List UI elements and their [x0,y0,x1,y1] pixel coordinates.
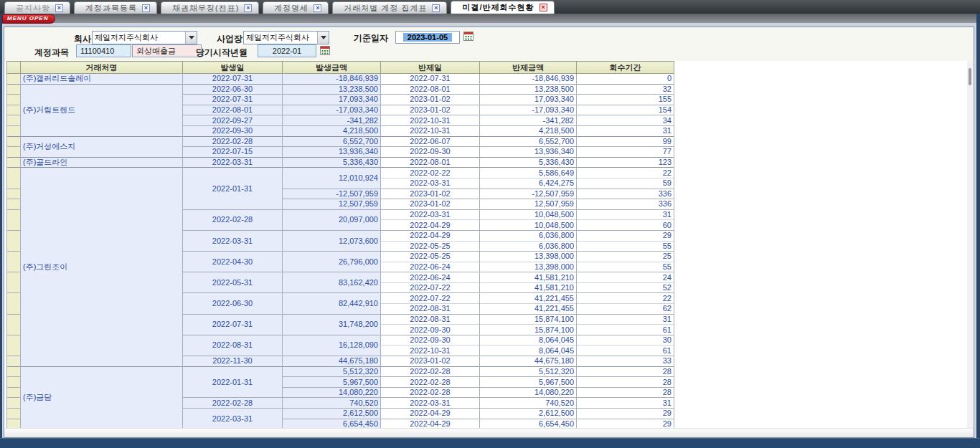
row-header-cell[interactable] [7,74,21,85]
cell-settle-date[interactable]: 2022-08-31 [381,314,480,325]
cell-occur-amount[interactable]: -18,846,939 [283,74,381,85]
tab-close-icon[interactable] [540,4,547,11]
cell-occur-amount[interactable]: 83,162,420 [283,272,381,293]
cell-occur-amount[interactable]: 31,748,200 [283,314,381,335]
cell-settle-amount[interactable]: 14,080,220 [480,387,577,398]
cell-settle-amount[interactable]: 41,581,210 [480,272,577,283]
tab-close-icon[interactable] [432,4,440,12]
calendar-icon[interactable] [320,46,330,55]
cell-occur-amount[interactable]: 5,336,430 [283,157,381,168]
cell-customer-name[interactable]: (주)골드라인 [21,157,183,168]
cell-occur-amount[interactable]: 6,552,700 [283,136,381,147]
cell-collection-days[interactable]: 61 [577,345,674,356]
cell-occur-amount[interactable]: 5,512,320 [283,366,381,377]
cell-settle-date[interactable]: 2022-08-31 [381,304,480,315]
cell-collection-days[interactable]: 22 [577,293,674,304]
cell-settle-date[interactable]: 2022-03-31 [381,398,480,409]
cell-collection-days[interactable]: 61 [577,325,674,335]
cell-collection-days[interactable]: 31 [577,209,674,220]
cell-collection-days[interactable]: 28 [577,377,674,388]
cell-customer-name[interactable]: (주)갤러리드솔레이 [21,74,183,85]
cell-collection-days[interactable]: 336 [577,189,674,199]
period-start-input[interactable]: 2022-01 [258,44,316,57]
cell-settle-amount[interactable]: 5,512,320 [480,366,577,377]
cell-occur-amount[interactable]: 2,612,500 [283,409,381,419]
cell-occur-amount[interactable]: 14,080,220 [283,387,381,398]
cell-occur-date[interactable]: 2022-06-30 [183,293,283,314]
cell-collection-days[interactable]: 25 [577,252,674,262]
cell-occur-amount[interactable]: 740,520 [283,398,381,409]
cell-settle-date[interactable]: 2022-02-22 [381,168,480,178]
cell-settle-amount[interactable]: 5,586,649 [480,168,577,178]
cell-settle-amount[interactable]: -18,846,939 [480,74,577,85]
account-code-input[interactable]: 11100410 [76,44,131,57]
cell-collection-days[interactable]: 31 [577,125,674,136]
cell-settle-amount[interactable]: -12,507,959 [480,189,577,199]
cell-occur-amount[interactable]: 20,097,000 [283,209,381,230]
cell-collection-days[interactable]: 22 [577,168,674,178]
tab-outstanding-collection-status[interactable]: 미결/반제회수현황 [451,1,554,14]
cell-settle-date[interactable]: 2022-08-01 [381,84,480,95]
cell-occur-date[interactable]: 2022-09-27 [183,115,283,126]
cell-occur-date[interactable]: 2022-08-01 [183,105,283,115]
row-header-cell[interactable] [7,157,21,168]
cell-settle-date[interactable]: 2022-04-29 [381,230,480,241]
cell-settle-amount[interactable]: 740,520 [480,398,577,409]
cell-occur-date[interactable]: 2022-01-31 [183,168,283,209]
cell-occur-date[interactable]: 2022-07-15 [183,147,283,158]
cell-collection-days[interactable]: 55 [577,262,674,272]
cell-customer-name[interactable]: (주)거림트렌드 [21,84,183,136]
cell-occur-date[interactable]: 2022-03-31 [183,157,283,168]
cell-collection-days[interactable]: 31 [577,398,674,409]
row-header-cell[interactable] [7,356,21,367]
cell-settle-amount[interactable]: 10,048,500 [480,220,577,231]
cell-settle-date[interactable]: 2022-02-28 [381,377,480,388]
cell-occur-amount[interactable]: -12,507,959 [283,189,381,199]
cell-collection-days[interactable]: 29 [577,409,674,419]
cell-settle-date[interactable]: 2022-03-31 [381,178,480,189]
cell-settle-date[interactable]: 2022-06-07 [381,136,480,147]
cell-settle-date[interactable]: 2022-03-31 [381,209,480,220]
row-header-cell[interactable] [7,105,21,115]
cell-customer-name[interactable]: (주)금담 [21,366,183,429]
cell-occur-date[interactable]: 2022-07-31 [183,74,283,85]
cell-occur-date[interactable]: 2022-02-28 [183,209,283,230]
cell-collection-days[interactable]: 31 [577,314,674,325]
cell-occur-amount[interactable]: 12,073,600 [283,230,381,251]
cell-collection-days[interactable]: 99 [577,136,674,147]
tab-receivable-ledger[interactable]: 채권채무장(전표) [161,1,259,14]
cell-collection-days[interactable]: 30 [577,335,674,345]
cell-settle-date[interactable]: 2022-09-30 [381,335,480,345]
cell-occur-date[interactable]: 2022-07-31 [183,314,283,335]
row-header-cell[interactable] [7,335,21,356]
cell-collection-days[interactable]: 59 [577,178,674,189]
cell-settle-date[interactable]: 2022-10-31 [381,115,480,126]
row-header-cell[interactable] [7,272,21,293]
cell-collection-days[interactable]: 29 [577,230,674,241]
cell-settle-date[interactable]: 2022-10-31 [381,125,480,136]
cell-settle-amount[interactable]: 10,048,500 [480,209,577,220]
cell-collection-days[interactable]: 60 [577,220,674,231]
cell-collection-days[interactable]: 336 [577,199,674,210]
cell-settle-amount[interactable]: -17,093,340 [480,105,577,115]
col-header-collection-days[interactable]: 회수기간 [577,62,674,74]
cell-collection-days[interactable]: 123 [577,157,674,168]
cell-settle-amount[interactable]: 15,874,100 [480,325,577,335]
cell-occur-amount[interactable]: 5,967,500 [283,377,381,388]
cell-collection-days[interactable]: 154 [577,105,674,115]
cell-settle-date[interactable]: 2023-01-02 [381,95,480,105]
cell-settle-amount[interactable]: 6,036,800 [480,241,577,252]
cell-settle-date[interactable]: 2022-05-25 [381,252,480,262]
tab-notice[interactable]: 공지사항 [4,1,70,14]
col-header-occur-amount[interactable]: 발생금액 [283,62,381,74]
cell-occur-date[interactable]: 2022-03-31 [183,230,283,251]
cell-settle-amount[interactable]: 2,612,500 [480,409,577,419]
cell-occur-date[interactable]: 2022-05-31 [183,272,283,293]
cell-settle-amount[interactable]: 13,398,000 [480,252,577,262]
cell-settle-date[interactable]: 2022-05-25 [381,241,480,252]
cell-occur-date[interactable]: 2022-08-31 [183,335,283,356]
col-header-occur-date[interactable]: 발생일 [183,62,283,74]
col-header-settle-amount[interactable]: 반제금액 [480,62,577,74]
row-header-cell[interactable] [7,199,21,210]
cell-settle-amount[interactable]: 4,218,500 [480,125,577,136]
